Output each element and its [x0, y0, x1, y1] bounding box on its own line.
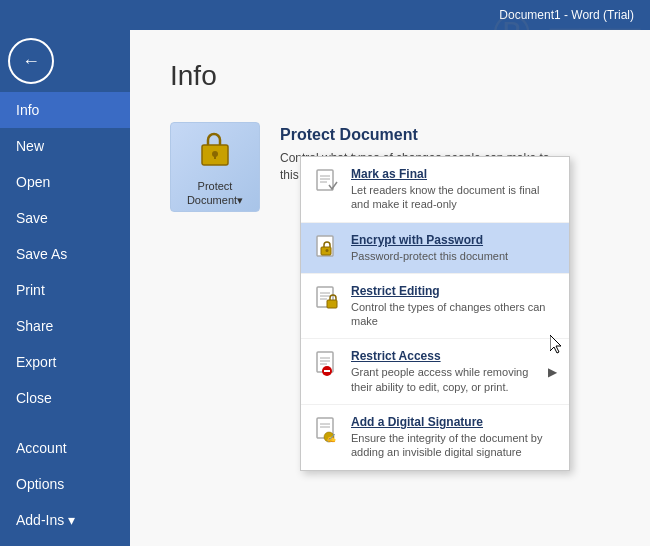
encrypt-desc: Password-protect this document	[351, 249, 557, 263]
sidebar-nav: Info New Open Save Save As Print Share E…	[0, 92, 130, 430]
sidebar-item-save-as[interactable]: Save As	[0, 236, 130, 272]
sidebar-item-addins[interactable]: Add-Ins ▾	[0, 502, 130, 538]
sidebar-item-info[interactable]: Info	[0, 92, 130, 128]
back-icon: ←	[22, 51, 40, 72]
back-button[interactable]: ←	[8, 38, 54, 84]
mark-final-title: Mark as Final	[351, 167, 557, 181]
sidebar-item-share[interactable]: Share	[0, 308, 130, 344]
restrict-access-arrow: ▶	[548, 365, 557, 379]
sidebar-item-new[interactable]: New	[0, 128, 130, 164]
encrypt-title: Encrypt with Password	[351, 233, 557, 247]
protect-document-button[interactable]: ProtectDocument▾	[170, 122, 260, 212]
sidebar-item-save[interactable]: Save	[0, 200, 130, 236]
sidebar-item-options[interactable]: Options	[0, 466, 130, 502]
menu-item-restrict-access[interactable]: Restrict Access Grant people access whil…	[301, 339, 569, 405]
dropdown-menu: Mark as Final Let readers know the docum…	[300, 156, 570, 471]
sidebar-item-account[interactable]: Account	[0, 430, 130, 466]
restrict-editing-desc: Control the types of changes others can …	[351, 300, 557, 329]
svg-text:✍: ✍	[325, 433, 338, 443]
restrict-editing-title: Restrict Editing	[351, 284, 557, 298]
mark-final-text: Mark as Final Let readers know the docum…	[351, 167, 557, 212]
sidebar: ← Info New Open Save Save As Print Share	[0, 30, 130, 546]
svg-rect-14	[327, 300, 337, 308]
app-container: ← Info New Open Save Save As Print Share	[0, 30, 650, 546]
protect-btn-label: ProtectDocument▾	[187, 180, 243, 206]
title-bar: ® ━━━ Document1 - Word (Trial)	[0, 0, 650, 30]
digital-sig-icon: ✍	[313, 417, 341, 445]
menu-item-encrypt-password[interactable]: Encrypt with Password Password-protect t…	[301, 223, 569, 274]
encrypt-text: Encrypt with Password Password-protect t…	[351, 233, 557, 263]
menu-item-digital-signature[interactable]: ✍ Add a Digital Signature Ensure the int…	[301, 405, 569, 470]
protect-info-title: Protect Document	[280, 126, 610, 144]
encrypt-icon	[313, 235, 341, 263]
digital-sig-text: Add a Digital Signature Ensure the integ…	[351, 415, 557, 460]
svg-rect-2	[214, 154, 216, 159]
sidebar-item-export[interactable]: Export	[0, 344, 130, 380]
mark-final-icon	[313, 169, 341, 197]
mark-final-desc: Let readers know the document is final a…	[351, 183, 557, 212]
svg-rect-20	[324, 370, 330, 372]
restrict-access-desc: Grant people access while removing their…	[351, 365, 544, 394]
restrict-access-text: Restrict Access Grant people access whil…	[351, 349, 544, 394]
restrict-editing-text: Restrict Editing Control the types of ch…	[351, 284, 557, 329]
svg-point-9	[326, 249, 329, 252]
digital-sig-desc: Ensure the integrity of the document by …	[351, 431, 557, 460]
restrict-access-icon	[313, 351, 341, 379]
menu-item-mark-as-final[interactable]: Mark as Final Let readers know the docum…	[301, 157, 569, 223]
menu-item-restrict-editing[interactable]: Restrict Editing Control the types of ch…	[301, 274, 569, 340]
protect-icon	[194, 127, 236, 178]
restrict-editing-icon	[313, 286, 341, 314]
page-title: Info	[170, 60, 610, 92]
main-content: Info ProtectDocument▾ Protect Document C…	[130, 30, 650, 546]
sidebar-item-open[interactable]: Open	[0, 164, 130, 200]
sidebar-item-print[interactable]: Print	[0, 272, 130, 308]
sidebar-item-close[interactable]: Close	[0, 380, 130, 416]
restrict-access-title: Restrict Access	[351, 349, 544, 363]
digital-sig-title: Add a Digital Signature	[351, 415, 557, 429]
sidebar-bottom: Account Options Add-Ins ▾	[0, 430, 130, 546]
